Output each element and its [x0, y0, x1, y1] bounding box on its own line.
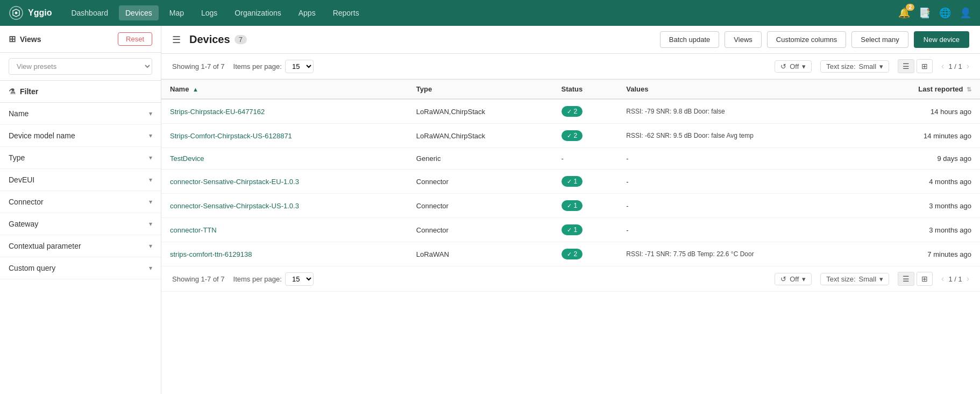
cell-type: LoRaWAN: [408, 242, 553, 266]
cell-type: Connector: [408, 218, 553, 242]
nav-map[interactable]: Map: [163, 5, 190, 20]
prev-page-button-top[interactable]: ‹: [941, 61, 944, 71]
user-icon[interactable]: 👤: [960, 7, 971, 19]
text-size-control-top[interactable]: Text size: Small ▾: [820, 60, 889, 73]
filter-item-connector[interactable]: Connector ▾: [0, 191, 161, 213]
page-nav-bottom: ‹ 1 / 1 ›: [941, 274, 969, 284]
cell-name: connector-TTN: [161, 218, 408, 242]
status-badge: ✓ 1: [562, 200, 583, 211]
sort-asc-icon: ▲: [193, 86, 198, 93]
status-badge: ✓ 2: [562, 130, 583, 141]
batch-update-button[interactable]: Batch update: [660, 31, 720, 48]
checkmark-icon: ✓: [567, 251, 572, 258]
notification-badge: 2: [906, 4, 914, 11]
view-presets-row: View presets: [0, 53, 161, 81]
language-icon[interactable]: 🌐: [939, 7, 951, 19]
cell-name: connector-Sensative-Chirpstack-EU-1.0.3: [161, 170, 408, 194]
view-presets-select[interactable]: View presets: [9, 58, 152, 75]
status-badge: ✓ 2: [562, 106, 583, 117]
nav-logs[interactable]: Logs: [195, 5, 224, 20]
bookmark-icon[interactable]: 📑: [919, 7, 931, 19]
per-page-select-bottom[interactable]: 15: [285, 272, 314, 286]
reset-button[interactable]: Reset: [118, 32, 152, 46]
filter-item-gateway[interactable]: Gateway ▾: [0, 213, 161, 235]
text-size-control-bottom[interactable]: Text size: Small ▾: [820, 273, 889, 285]
notification-bell-icon[interactable]: 🔔 2: [898, 7, 910, 19]
nav-organizations[interactable]: Organizations: [228, 5, 287, 20]
cell-type: Connector: [408, 194, 553, 218]
select-many-button[interactable]: Select many: [851, 31, 908, 48]
next-page-button-top[interactable]: ›: [967, 61, 969, 71]
nav-dashboard[interactable]: Dashboard: [65, 5, 115, 20]
column-header-last-reported[interactable]: Last reported ⇅: [862, 80, 980, 100]
column-header-status: Status: [553, 80, 618, 100]
chevron-down-icon: ▾: [149, 242, 152, 250]
showing-count-top: Showing 1-7 of 7: [172, 62, 225, 71]
logo[interactable]: Yggio: [9, 5, 52, 20]
column-header-type: Type: [408, 80, 553, 100]
filter-item-contextual-parameter[interactable]: Contextual parameter ▾: [0, 235, 161, 257]
nav-apps[interactable]: Apps: [292, 5, 322, 20]
nav-right-actions: 🔔 2 📑 🌐 👤: [898, 7, 971, 19]
table-area: Showing 1-7 of 7 Items per page: 15 ↺ Of…: [161, 54, 980, 394]
cell-status: ✓ 1: [553, 218, 618, 242]
nav-devices[interactable]: Devices: [119, 5, 159, 20]
status-badge: ✓ 1: [562, 224, 583, 235]
cell-last-reported: 14 hours ago: [862, 99, 980, 124]
cell-status: -: [553, 148, 618, 170]
views-button[interactable]: Views: [725, 31, 761, 48]
customize-columns-button[interactable]: Customize columns: [767, 31, 846, 48]
chevron-down-icon: ▾: [149, 220, 152, 228]
refresh-control-top[interactable]: ↺ Off ▾: [775, 60, 812, 73]
sidebar-header: ⊞ Views Reset: [0, 26, 161, 53]
grid-view-toggle-button-bottom[interactable]: ⊞: [917, 272, 933, 286]
cell-values: -: [617, 194, 862, 218]
per-page-select-top[interactable]: 15: [285, 60, 314, 73]
cell-status: ✓ 1: [553, 194, 618, 218]
cell-status: ✓ 2: [553, 242, 618, 266]
cell-name: Strips-Comfort-Chirpstack-US-6128871: [161, 124, 408, 148]
checkmark-icon: ✓: [567, 132, 572, 139]
status-badge: ✓ 1: [562, 176, 583, 187]
table-row[interactable]: connector-Sensative-Chirpstack-US-1.0.3C…: [161, 194, 980, 218]
table-row[interactable]: strips-comfort-ttn-6129138LoRaWAN✓ 2RSSI…: [161, 242, 980, 266]
cell-values: -: [617, 218, 862, 242]
next-page-button-bottom[interactable]: ›: [967, 274, 969, 284]
cell-type: Generic: [408, 148, 553, 170]
cell-name: connector-Sensative-Chirpstack-US-1.0.3: [161, 194, 408, 218]
sidebar: ⊞ Views Reset View presets ⚗ Filter Name…: [0, 26, 161, 394]
refresh-icon: ↺: [780, 62, 786, 71]
filter-item-deveui[interactable]: DevEUI ▾: [0, 169, 161, 191]
prev-page-button-bottom[interactable]: ‹: [941, 274, 944, 284]
filter-item-type[interactable]: Type ▾: [0, 147, 161, 169]
cell-values: RSSI: -71 SNR: 7.75 dB Temp: 22.6 °C Doo…: [617, 242, 862, 266]
toolbar-actions: Batch update Views Customize columns Sel…: [660, 31, 969, 48]
table-row[interactable]: Strips-Comfort-Chirpstack-US-6128871LoRa…: [161, 124, 980, 148]
list-view-toggle-button-top[interactable]: ☰: [898, 59, 914, 73]
filter-item-device-model-name[interactable]: Device model name ▾: [0, 125, 161, 147]
cell-status: ✓ 2: [553, 124, 618, 148]
chevron-down-icon: ▾: [149, 154, 152, 161]
hamburger-menu-icon[interactable]: ☰: [172, 34, 181, 46]
table-row[interactable]: connector-TTNConnector✓ 1-3 months ago: [161, 218, 980, 242]
new-device-button[interactable]: New device: [914, 31, 969, 48]
table-row[interactable]: TestDeviceGeneric--9 days ago: [161, 148, 980, 170]
grid-view-toggle-button-top[interactable]: ⊞: [917, 59, 933, 73]
table-row[interactable]: connector-Sensative-Chirpstack-EU-1.0.3C…: [161, 170, 980, 194]
column-header-name[interactable]: Name ▲: [161, 80, 408, 100]
table-row[interactable]: Strips-Chirpstack-EU-6477162LoRaWAN,Chir…: [161, 99, 980, 124]
checkmark-icon: ✓: [567, 108, 572, 115]
pagination-top: Showing 1-7 of 7 Items per page: 15 ↺ Of…: [161, 54, 980, 79]
text-size-chevron-icon: ▾: [879, 62, 883, 71]
cell-values: -: [617, 148, 862, 170]
views-grid-icon: ⊞: [9, 34, 16, 44]
nav-reports[interactable]: Reports: [326, 5, 366, 20]
refresh-chevron-icon: ▾: [802, 62, 806, 71]
filter-section-header: ⚗ Filter: [0, 81, 161, 103]
list-view-toggle-button-bottom[interactable]: ☰: [898, 272, 914, 286]
checkmark-icon: ✓: [567, 178, 572, 185]
checkmark-icon: ✓: [567, 202, 572, 209]
filter-item-name[interactable]: Name ▾: [0, 103, 161, 125]
refresh-control-bottom[interactable]: ↺ Off ▾: [775, 273, 812, 285]
filter-item-custom-query[interactable]: Custom query ▾: [0, 257, 161, 279]
